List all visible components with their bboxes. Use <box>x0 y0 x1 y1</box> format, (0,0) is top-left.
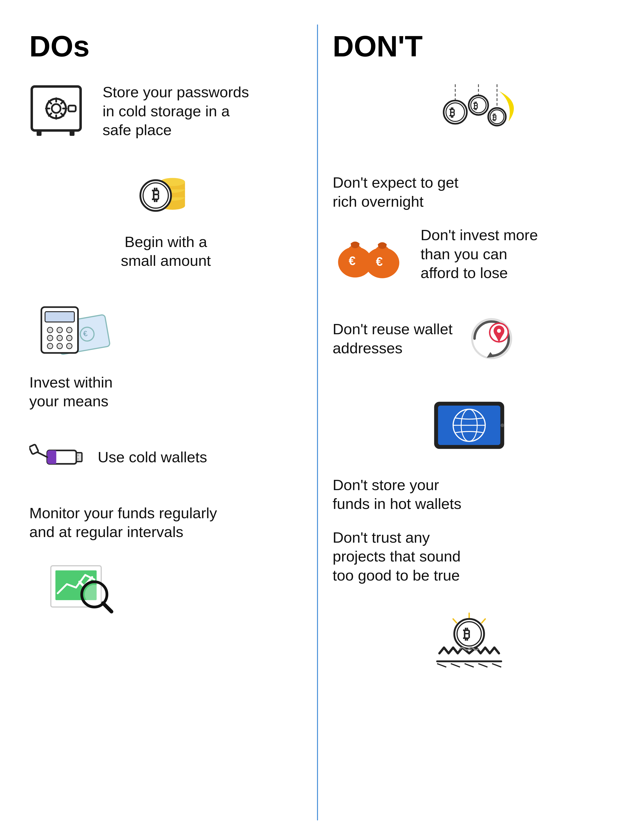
dont-item-invest-more-text: Don't invest morethan you canafford to l… <box>421 226 538 283</box>
main-container: DOs <box>0 0 635 840</box>
dont-item-reuse-addresses-text: Don't reuse walletaddresses <box>332 320 452 357</box>
dos-item-small-amount: ₿ Begin with asmall amount <box>29 169 303 270</box>
dont-item-rich-overnight-text: Don't expect to getrich overnight <box>332 173 459 211</box>
donts-column: DON'T ₿ ₿ <box>318 19 620 821</box>
dont-item-too-good: Don't trust anyprojects that soundtoo go… <box>332 528 606 670</box>
svg-point-35 <box>57 335 63 341</box>
svg-text:₿: ₿ <box>492 113 496 122</box>
location-pin-icon <box>467 314 516 363</box>
svg-point-34 <box>47 335 53 341</box>
svg-text:₿: ₿ <box>449 106 455 119</box>
dos-column: DOs <box>15 19 317 821</box>
svg-point-83 <box>500 423 504 427</box>
dont-item-invest-more: € € Don't invest morethan you canafford … <box>332 226 606 283</box>
dos-item-invest-means: € <box>29 300 303 411</box>
svg-line-94 <box>479 663 488 667</box>
bitcoin-trap-icon: ₿ <box>433 607 506 670</box>
svg-point-37 <box>47 343 53 349</box>
svg-line-86 <box>453 619 457 623</box>
svg-text:€: € <box>376 255 383 269</box>
svg-line-10 <box>49 114 51 116</box>
dont-item-rich-overnight: ₿ ₿ ₿ Don't expect to getrich overnight <box>332 82 606 211</box>
svg-point-39 <box>67 343 72 349</box>
dont-item-too-good-text: Don't trust anyprojects that soundtoo go… <box>332 528 461 585</box>
svg-rect-43 <box>54 450 56 464</box>
svg-line-7 <box>49 101 51 104</box>
svg-line-93 <box>465 663 474 667</box>
calculator-bills-icon: € <box>39 300 112 358</box>
svg-point-31 <box>47 327 53 333</box>
svg-point-77 <box>497 329 501 333</box>
svg-line-9 <box>61 101 63 104</box>
night-bitcoin-icon: ₿ ₿ ₿ <box>423 82 515 151</box>
svg-point-33 <box>67 327 72 333</box>
usb-icon <box>29 440 83 474</box>
svg-text:₿: ₿ <box>152 186 159 203</box>
svg-point-36 <box>67 335 72 341</box>
dos-item-store-passwords: Store your passwordsin cold storage in a… <box>29 82 303 139</box>
dos-item-cold-wallets-text: Use cold wallets <box>98 448 207 467</box>
svg-line-91 <box>437 663 446 667</box>
svg-rect-30 <box>45 311 74 322</box>
chart-magnifier-icon <box>44 551 117 615</box>
svg-rect-44 <box>77 455 79 456</box>
svg-line-85 <box>482 619 485 623</box>
svg-rect-0 <box>32 87 80 131</box>
dont-item-hot-wallets-text: Don't store yourfunds in hot wallets <box>332 475 461 513</box>
svg-line-52 <box>103 603 112 611</box>
dos-item-invest-means-text: Invest withinyour means <box>29 373 113 411</box>
svg-point-63 <box>490 110 504 124</box>
dont-item-hot-wallets: Don't store yourfunds in hot wallets <box>332 395 606 513</box>
donts-header: DON'T <box>332 29 606 63</box>
svg-rect-47 <box>29 444 39 455</box>
bitcoin-coins-icon: ₿ <box>137 169 195 218</box>
svg-point-59 <box>471 98 486 113</box>
phone-globe-icon <box>433 395 506 453</box>
svg-point-51 <box>85 585 104 604</box>
svg-rect-41 <box>76 453 82 461</box>
dos-item-monitor-funds: Monitor your funds regularlyand at regul… <box>29 504 303 615</box>
dos-item-store-passwords-text: Store your passwordsin cold storage in a… <box>102 82 249 139</box>
svg-point-2 <box>52 104 61 113</box>
svg-text:₿: ₿ <box>463 626 470 642</box>
svg-rect-45 <box>77 458 79 459</box>
svg-line-92 <box>451 663 460 667</box>
dos-item-small-amount-text: Begin with asmall amount <box>121 232 211 270</box>
safe-icon <box>29 84 88 138</box>
money-bags-icon: € € <box>332 227 406 281</box>
svg-point-55 <box>446 103 465 122</box>
svg-point-32 <box>57 327 63 333</box>
svg-line-8 <box>61 114 63 116</box>
dont-item-reuse-addresses: Don't reuse walletaddresses <box>332 314 606 363</box>
svg-line-95 <box>492 663 501 667</box>
svg-rect-12 <box>37 131 41 136</box>
dos-item-monitor-funds-text: Monitor your funds regularlyand at regul… <box>29 504 217 542</box>
dos-header: DOs <box>29 29 303 63</box>
svg-rect-13 <box>69 131 74 136</box>
dos-item-cold-wallets: Use cold wallets <box>29 440 303 474</box>
svg-point-38 <box>57 343 63 349</box>
svg-text:€: € <box>349 254 356 268</box>
svg-text:₿: ₿ <box>473 101 478 111</box>
svg-rect-11 <box>68 106 76 111</box>
